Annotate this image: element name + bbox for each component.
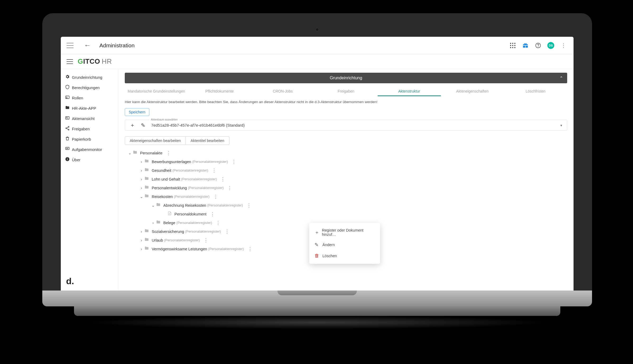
sidebar-item-freigaben[interactable]: Freigaben	[61, 124, 118, 134]
section-header[interactable]: Grundeinrichtung ⌃	[125, 73, 567, 83]
chip-button[interactable]: Aktentitel bearbeiten	[186, 136, 229, 145]
footer-brand-mark: d.	[66, 276, 74, 286]
node-overflow-icon[interactable]: ⋮	[248, 246, 252, 252]
ctx-item-label: Ändern	[322, 243, 335, 247]
sidebar-item-rollen[interactable]: Rollen	[61, 93, 118, 103]
tree-node[interactable]: ›Personalentwicklung (Personalaktenregis…	[127, 183, 567, 192]
tab-l-schfristen[interactable]: Löschfristen	[504, 87, 567, 96]
node-type: (Personalaktenregister)	[208, 247, 244, 251]
chip-row: Akteneigenschaften bearbeitenAktentitel …	[125, 136, 567, 145]
section-title: Grundeinrichtung	[330, 76, 362, 80]
ctx-item-icon: 🗑	[315, 253, 322, 259]
chevron-down-icon[interactable]: ⌄	[138, 194, 144, 199]
chevron-right-icon[interactable]: ›	[138, 159, 144, 164]
tree-node[interactable]: ⌄Abrechnung Reisekosten (Personalaktenre…	[127, 201, 567, 210]
chevron-right-icon[interactable]: ›	[150, 220, 156, 225]
back-arrow-icon[interactable]: ←	[84, 41, 91, 49]
ctx-item-label: Löschen	[322, 254, 337, 258]
content-area: Grundeinrichtung ⌃ Mandatorische Grundei…	[118, 69, 574, 291]
node-overflow-icon[interactable]: ⋮	[216, 220, 220, 226]
hamburger-icon[interactable]	[67, 43, 73, 48]
folder-icon	[144, 228, 149, 234]
tab-cron-jobs[interactable]: CRON-Jobs	[251, 87, 314, 96]
node-overflow-icon[interactable]: ⋮	[232, 159, 236, 165]
tree-node[interactable]: ›Gesundheit (Personalaktenregister)⋮	[127, 166, 567, 175]
chevron-right-icon[interactable]: ›	[138, 229, 144, 234]
tree-node[interactable]: ⌄Reisekosten (Personalaktenregister)⋮	[127, 192, 567, 201]
save-button[interactable]: Speichern	[125, 108, 149, 116]
sidebar-item-aufgabenmonitor[interactable]: Aufgabenmonitor	[61, 144, 118, 155]
chevron-right-icon[interactable]: ›	[138, 238, 144, 242]
sidebar-item-berechtigungen[interactable]: Berechtigungen	[61, 82, 118, 93]
laptop-mockup: ← Administration DS ⋮ GITCOHR	[42, 13, 592, 329]
trash-icon	[65, 136, 72, 142]
sidebar-item-grundeinrichtung[interactable]: Grundeinrichtung	[61, 72, 118, 82]
node-overflow-icon[interactable]: ⋮	[166, 150, 171, 156]
chevron-down-icon[interactable]: ⌄	[150, 203, 156, 208]
tab-akteneigenschaften[interactable]: Akteneigenschaften	[441, 87, 504, 96]
sidebar-item--ber[interactable]: Über	[61, 155, 118, 165]
chip-button[interactable]: Akteneigenschaften bearbeiten	[125, 136, 186, 145]
tab-aktenstruktur[interactable]: Aktenstruktur	[378, 87, 441, 96]
gift-icon[interactable]	[521, 41, 530, 50]
node-overflow-icon[interactable]: ⋮	[204, 237, 208, 243]
folder-icon	[133, 150, 137, 156]
svg-rect-3	[510, 45, 511, 46]
node-overflow-icon[interactable]: ⋮	[210, 211, 215, 217]
shield-icon	[65, 85, 72, 91]
node-overflow-icon[interactable]: ⋮	[227, 185, 232, 191]
node-overflow-icon[interactable]: ⋮	[213, 194, 218, 200]
overflow-menu-icon[interactable]: ⋮	[559, 41, 568, 50]
folder-icon	[156, 202, 161, 208]
chevron-right-icon[interactable]: ›	[138, 186, 144, 190]
node-label: Urlaub	[152, 238, 163, 242]
node-type: (Personalaktenregister)	[181, 177, 217, 181]
chevron-right-icon[interactable]: ›	[138, 168, 144, 173]
node-type: (Personalaktenregister)	[172, 168, 208, 172]
node-overflow-icon[interactable]: ⋮	[247, 202, 251, 208]
chevron-right-icon[interactable]: ›	[138, 177, 144, 181]
sidebar-item-aktenansicht[interactable]: Aktenansicht	[61, 113, 118, 124]
svg-rect-8	[514, 47, 515, 48]
tree-node[interactable]: ›Bewerbungsunterlagen (Personalaktenregi…	[127, 157, 567, 166]
svg-point-10	[538, 47, 538, 47]
user-avatar[interactable]: DS	[547, 41, 555, 50]
sidebar-hamburger-icon[interactable]	[67, 59, 73, 64]
tree-node[interactable]: Personaldokument⋮	[127, 210, 567, 218]
sidebar-item-papierkorb[interactable]: Papierkorb	[61, 134, 118, 144]
node-overflow-icon[interactable]: ⋮	[225, 229, 229, 234]
add-tree-icon[interactable]: ＋	[130, 122, 135, 129]
svg-rect-14	[66, 117, 68, 118]
ctx-item-l-schen[interactable]: 🗑Löschen	[309, 250, 380, 261]
tab-mandatorische-grundeinstellungen[interactable]: Mandatorische Grundeinstellungen	[125, 87, 188, 96]
tree-node[interactable]: ⌄Personalakte⋮	[127, 149, 567, 157]
ctx-item--ndern[interactable]: ✎Ändern	[309, 239, 380, 250]
chevron-down-icon[interactable]: ⌄	[127, 151, 133, 155]
ctx-item-icon: ✎	[315, 242, 322, 248]
info-icon	[65, 157, 72, 163]
selector-label: Aktenbaum auswählen	[149, 118, 179, 121]
sidebar-item-hr-akte-app[interactable]: HR-Akte-APP	[61, 103, 118, 113]
sidebar: GrundeinrichtungBerechtigungenRollenHR-A…	[61, 69, 118, 291]
help-icon[interactable]	[534, 41, 542, 50]
ctx-item-register-oder-dokument-hinzuf-[interactable]: ＋Register oder Dokument hinzuf…	[309, 225, 380, 239]
node-type: (Personalaktenregister)	[174, 195, 210, 199]
node-overflow-icon[interactable]: ⋮	[212, 168, 216, 173]
svg-rect-2	[514, 43, 515, 44]
camera-dot	[315, 28, 319, 31]
apps-grid-icon[interactable]	[509, 41, 517, 50]
svg-rect-5	[514, 45, 515, 46]
tree-selector: ＋ ✎ Aktenbaum auswählen 7ed51a28-45b7-45…	[125, 120, 567, 131]
ctx-item-label: Register oder Dokument hinzuf…	[322, 228, 375, 237]
chevron-right-icon[interactable]: ›	[138, 247, 144, 251]
context-menu: ＋Register oder Dokument hinzuf…✎Ändern🗑L…	[309, 223, 380, 264]
svg-point-18	[68, 129, 69, 130]
node-type: (Personalaktenregister)	[207, 203, 243, 207]
edit-tree-icon[interactable]: ✎	[141, 122, 145, 128]
tab-freigaben[interactable]: Freigaben	[314, 87, 377, 96]
node-overflow-icon[interactable]: ⋮	[220, 176, 225, 182]
svg-rect-15	[66, 118, 68, 118]
tree-node[interactable]: ›Lohn und Gehalt (Personalaktenregister)…	[127, 175, 567, 183]
tab-pflichtdokumente[interactable]: Pflichtdokumente	[188, 87, 251, 96]
dropdown-icon[interactable]: ▾	[560, 123, 562, 127]
